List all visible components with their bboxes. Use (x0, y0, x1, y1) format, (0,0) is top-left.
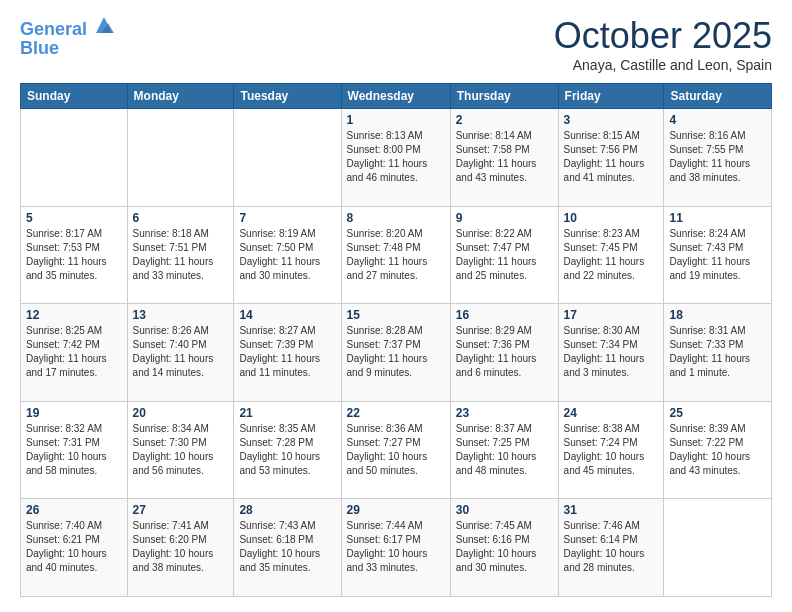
day-info: Sunrise: 7:45 AM Sunset: 6:16 PM Dayligh… (456, 519, 553, 575)
calendar-cell: 19Sunrise: 8:32 AM Sunset: 7:31 PM Dayli… (21, 401, 128, 499)
day-number: 24 (564, 406, 659, 420)
day-info: Sunrise: 8:28 AM Sunset: 7:37 PM Dayligh… (347, 324, 445, 380)
calendar-cell: 30Sunrise: 7:45 AM Sunset: 6:16 PM Dayli… (450, 499, 558, 597)
day-info: Sunrise: 8:13 AM Sunset: 8:00 PM Dayligh… (347, 129, 445, 185)
calendar-week-1: 1Sunrise: 8:13 AM Sunset: 8:00 PM Daylig… (21, 109, 772, 207)
day-number: 27 (133, 503, 229, 517)
day-info: Sunrise: 8:26 AM Sunset: 7:40 PM Dayligh… (133, 324, 229, 380)
day-info: Sunrise: 8:19 AM Sunset: 7:50 PM Dayligh… (239, 227, 335, 283)
day-number: 21 (239, 406, 335, 420)
day-number: 23 (456, 406, 553, 420)
logo: General Blue (20, 15, 114, 59)
day-number: 25 (669, 406, 766, 420)
calendar-cell: 17Sunrise: 8:30 AM Sunset: 7:34 PM Dayli… (558, 304, 664, 402)
day-number: 28 (239, 503, 335, 517)
day-info: Sunrise: 8:16 AM Sunset: 7:55 PM Dayligh… (669, 129, 766, 185)
day-info: Sunrise: 8:39 AM Sunset: 7:22 PM Dayligh… (669, 422, 766, 478)
day-info: Sunrise: 8:36 AM Sunset: 7:27 PM Dayligh… (347, 422, 445, 478)
calendar-week-5: 26Sunrise: 7:40 AM Sunset: 6:21 PM Dayli… (21, 499, 772, 597)
calendar-cell: 10Sunrise: 8:23 AM Sunset: 7:45 PM Dayli… (558, 206, 664, 304)
day-number: 7 (239, 211, 335, 225)
day-info: Sunrise: 8:37 AM Sunset: 7:25 PM Dayligh… (456, 422, 553, 478)
day-number: 4 (669, 113, 766, 127)
calendar-cell (664, 499, 772, 597)
day-info: Sunrise: 8:23 AM Sunset: 7:45 PM Dayligh… (564, 227, 659, 283)
title-block: October 2025 Anaya, Castille and Leon, S… (554, 15, 772, 73)
day-info: Sunrise: 7:40 AM Sunset: 6:21 PM Dayligh… (26, 519, 122, 575)
logo-text: General (20, 15, 114, 40)
calendar-cell: 16Sunrise: 8:29 AM Sunset: 7:36 PM Dayli… (450, 304, 558, 402)
day-number: 30 (456, 503, 553, 517)
day-number: 3 (564, 113, 659, 127)
calendar-cell: 8Sunrise: 8:20 AM Sunset: 7:48 PM Daylig… (341, 206, 450, 304)
calendar-cell: 1Sunrise: 8:13 AM Sunset: 8:00 PM Daylig… (341, 109, 450, 207)
month-title: October 2025 (554, 15, 772, 57)
calendar-cell (127, 109, 234, 207)
calendar-header-row: Sunday Monday Tuesday Wednesday Thursday… (21, 84, 772, 109)
calendar-week-4: 19Sunrise: 8:32 AM Sunset: 7:31 PM Dayli… (21, 401, 772, 499)
calendar-cell: 7Sunrise: 8:19 AM Sunset: 7:50 PM Daylig… (234, 206, 341, 304)
calendar-cell: 12Sunrise: 8:25 AM Sunset: 7:42 PM Dayli… (21, 304, 128, 402)
day-info: Sunrise: 8:32 AM Sunset: 7:31 PM Dayligh… (26, 422, 122, 478)
calendar-cell: 31Sunrise: 7:46 AM Sunset: 6:14 PM Dayli… (558, 499, 664, 597)
calendar-week-3: 12Sunrise: 8:25 AM Sunset: 7:42 PM Dayli… (21, 304, 772, 402)
calendar-cell: 21Sunrise: 8:35 AM Sunset: 7:28 PM Dayli… (234, 401, 341, 499)
calendar-week-2: 5Sunrise: 8:17 AM Sunset: 7:53 PM Daylig… (21, 206, 772, 304)
day-number: 12 (26, 308, 122, 322)
header-saturday: Saturday (664, 84, 772, 109)
logo-icon (94, 15, 114, 35)
day-number: 31 (564, 503, 659, 517)
day-info: Sunrise: 8:14 AM Sunset: 7:58 PM Dayligh… (456, 129, 553, 185)
calendar-cell: 26Sunrise: 7:40 AM Sunset: 6:21 PM Dayli… (21, 499, 128, 597)
day-number: 13 (133, 308, 229, 322)
day-info: Sunrise: 8:22 AM Sunset: 7:47 PM Dayligh… (456, 227, 553, 283)
calendar-cell: 15Sunrise: 8:28 AM Sunset: 7:37 PM Dayli… (341, 304, 450, 402)
calendar-cell: 11Sunrise: 8:24 AM Sunset: 7:43 PM Dayli… (664, 206, 772, 304)
day-number: 29 (347, 503, 445, 517)
day-number: 16 (456, 308, 553, 322)
calendar-cell: 4Sunrise: 8:16 AM Sunset: 7:55 PM Daylig… (664, 109, 772, 207)
calendar-cell: 28Sunrise: 7:43 AM Sunset: 6:18 PM Dayli… (234, 499, 341, 597)
day-info: Sunrise: 8:34 AM Sunset: 7:30 PM Dayligh… (133, 422, 229, 478)
day-info: Sunrise: 8:25 AM Sunset: 7:42 PM Dayligh… (26, 324, 122, 380)
day-info: Sunrise: 8:18 AM Sunset: 7:51 PM Dayligh… (133, 227, 229, 283)
calendar-cell: 9Sunrise: 8:22 AM Sunset: 7:47 PM Daylig… (450, 206, 558, 304)
location: Anaya, Castille and Leon, Spain (554, 57, 772, 73)
header-thursday: Thursday (450, 84, 558, 109)
day-info: Sunrise: 8:30 AM Sunset: 7:34 PM Dayligh… (564, 324, 659, 380)
calendar-cell: 2Sunrise: 8:14 AM Sunset: 7:58 PM Daylig… (450, 109, 558, 207)
day-number: 17 (564, 308, 659, 322)
calendar-cell: 3Sunrise: 8:15 AM Sunset: 7:56 PM Daylig… (558, 109, 664, 207)
calendar-cell (21, 109, 128, 207)
day-number: 6 (133, 211, 229, 225)
header: General Blue October 2025 Anaya, Castill… (20, 15, 772, 73)
calendar-cell: 25Sunrise: 8:39 AM Sunset: 7:22 PM Dayli… (664, 401, 772, 499)
day-info: Sunrise: 8:27 AM Sunset: 7:39 PM Dayligh… (239, 324, 335, 380)
day-info: Sunrise: 7:46 AM Sunset: 6:14 PM Dayligh… (564, 519, 659, 575)
calendar-table: Sunday Monday Tuesday Wednesday Thursday… (20, 83, 772, 597)
calendar-cell: 22Sunrise: 8:36 AM Sunset: 7:27 PM Dayli… (341, 401, 450, 499)
day-info: Sunrise: 8:17 AM Sunset: 7:53 PM Dayligh… (26, 227, 122, 283)
calendar-cell: 13Sunrise: 8:26 AM Sunset: 7:40 PM Dayli… (127, 304, 234, 402)
header-wednesday: Wednesday (341, 84, 450, 109)
page: General Blue October 2025 Anaya, Castill… (0, 0, 792, 612)
logo-blue: Blue (20, 38, 114, 59)
day-number: 11 (669, 211, 766, 225)
day-info: Sunrise: 8:15 AM Sunset: 7:56 PM Dayligh… (564, 129, 659, 185)
day-info: Sunrise: 8:35 AM Sunset: 7:28 PM Dayligh… (239, 422, 335, 478)
day-info: Sunrise: 8:31 AM Sunset: 7:33 PM Dayligh… (669, 324, 766, 380)
day-info: Sunrise: 8:24 AM Sunset: 7:43 PM Dayligh… (669, 227, 766, 283)
calendar-cell: 27Sunrise: 7:41 AM Sunset: 6:20 PM Dayli… (127, 499, 234, 597)
calendar-cell: 23Sunrise: 8:37 AM Sunset: 7:25 PM Dayli… (450, 401, 558, 499)
day-info: Sunrise: 8:38 AM Sunset: 7:24 PM Dayligh… (564, 422, 659, 478)
calendar-cell: 24Sunrise: 8:38 AM Sunset: 7:24 PM Dayli… (558, 401, 664, 499)
day-number: 20 (133, 406, 229, 420)
header-tuesday: Tuesday (234, 84, 341, 109)
day-info: Sunrise: 8:29 AM Sunset: 7:36 PM Dayligh… (456, 324, 553, 380)
calendar-cell (234, 109, 341, 207)
calendar-cell: 20Sunrise: 8:34 AM Sunset: 7:30 PM Dayli… (127, 401, 234, 499)
logo-general: General (20, 19, 87, 39)
day-number: 5 (26, 211, 122, 225)
day-number: 18 (669, 308, 766, 322)
day-number: 26 (26, 503, 122, 517)
